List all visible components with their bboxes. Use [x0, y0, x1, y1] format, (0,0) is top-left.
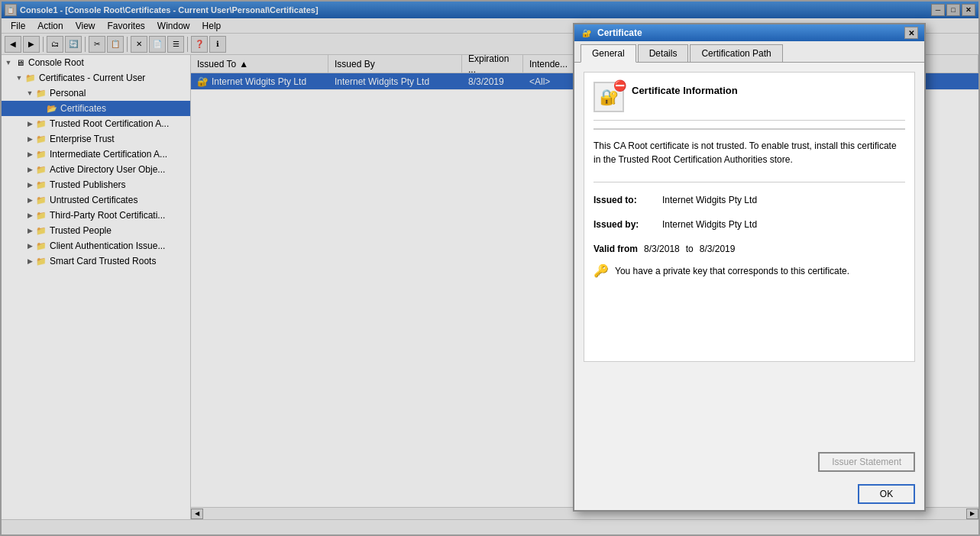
cert-info-title: Certificate Information	[632, 82, 738, 96]
dialog-title-icon: 🔐	[581, 27, 593, 39]
key-icon: 🔑	[593, 263, 609, 278]
dialog-tabs: General Details Certification Path	[574, 41, 924, 63]
issued-by-row: Issued by: Internet Widgits Pty Ltd	[593, 219, 905, 230]
cert-info-divider	[593, 128, 905, 130]
issued-to-value: Internet Widgits Pty Ltd	[662, 195, 757, 205]
valid-to-value: 8/3/2019	[700, 244, 736, 254]
dialog-footer: OK	[574, 478, 924, 510]
dialog-title-text: Certificate	[597, 27, 904, 38]
valid-to-label: to	[686, 244, 694, 254]
private-key-text: You have a private key that corresponds …	[615, 266, 849, 276]
private-key-row: 🔑 You have a private key that correspond…	[593, 263, 905, 278]
issued-to-row: Issued to: Internet Widgits Pty Ltd	[593, 195, 905, 205]
dialog-title-bar: 🔐 Certificate ✕	[574, 24, 924, 41]
cert-info-box: 🔐 ⛔ Certificate Information This CA Root…	[584, 72, 915, 362]
cert-warning-text: This CA Root certificate is not trusted.…	[593, 139, 905, 166]
valid-from-value: 8/3/2018	[644, 244, 680, 254]
issuer-statement-button[interactable]: Issuer Statement	[818, 452, 915, 472]
dialog-close-button[interactable]: ✕	[904, 27, 918, 39]
cert-details-section: Issued to: Internet Widgits Pty Ltd Issu…	[593, 182, 905, 278]
dialog-overlay: 🔐 Certificate ✕ General Details Certific…	[2, 2, 978, 534]
main-window: 📋 Console1 - [Console Root\Certificates …	[0, 0, 980, 536]
tab-cert-path[interactable]: Certification Path	[690, 44, 782, 62]
valid-from-row: Valid from 8/3/2018 to 8/3/2019	[593, 244, 905, 254]
valid-from-label: Valid from	[593, 244, 638, 254]
tab-details[interactable]: Details	[638, 44, 689, 62]
cert-info-header: 🔐 ⛔ Certificate Information	[593, 82, 905, 121]
ok-button[interactable]: OK	[858, 484, 915, 504]
cert-icon-box: 🔐 ⛔	[593, 82, 624, 112]
tab-general[interactable]: General	[581, 44, 636, 63]
cert-warning-icon: ⛔	[613, 79, 626, 92]
dialog-content: 🔐 ⛔ Certificate Information This CA Root…	[574, 63, 924, 449]
issued-by-value: Internet Widgits Pty Ltd	[662, 219, 757, 230]
issued-by-label: Issued by:	[593, 219, 662, 230]
certificate-dialog: 🔐 Certificate ✕ General Details Certific…	[573, 23, 926, 512]
dialog-action-row: Issuer Statement	[574, 449, 924, 478]
issued-to-label: Issued to:	[593, 195, 662, 205]
